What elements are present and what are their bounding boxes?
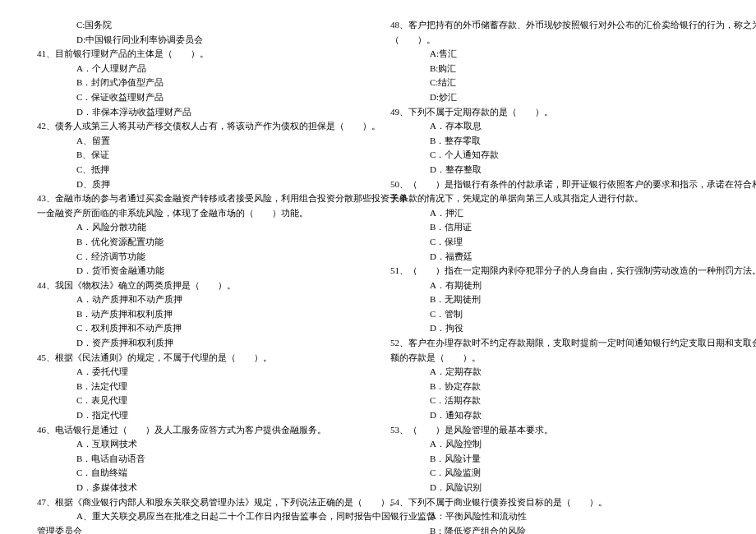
- option-line: C:结汇: [390, 76, 719, 90]
- question-text: 48、客户把持有的外币储蓄存款、外币现钞按照银行对外公布的汇价卖给银行的行为，称…: [390, 20, 756, 30]
- option-text: C．保证收益理财产品: [76, 92, 164, 102]
- question-text: 53、（ ）是风险管理的最基本要求。: [390, 425, 553, 435]
- option-text: C．经济调节功能: [76, 251, 145, 261]
- question-text: 50、（ ）是指银行有条件的付款承诺，即开证银行依照客户的要求和指示，承诺在符合…: [390, 179, 756, 189]
- option-text: C．活期存款: [430, 395, 481, 405]
- question-text: 49、下列不属于定期存款的是（ ）。: [390, 107, 553, 117]
- question-text: 43、金融市场的参与者通过买卖金融资产转移或者接受风险，利用组合投资分散那些投资…: [37, 193, 408, 203]
- two-column-layout: C:国务院D:中国银行同业利率协调委员会41、目前银行理财产品的主体是（ ）。A…: [37, 18, 719, 534]
- question-text: 45、根据《民法通则》的规定，不属于代理的是（ ）。: [37, 352, 272, 362]
- question-text: （ ）。: [390, 35, 436, 44]
- option-line: A、重大关联交易应当在批准之日起二十个工作日内报告监事会，同时报告中国银行业监督: [37, 509, 366, 524]
- question-line: 管理委员会: [37, 524, 366, 534]
- option-text: B、保证: [76, 150, 109, 159]
- option-text: A．定期存款: [430, 366, 482, 376]
- option-text: B：降低资产组合的风险: [430, 526, 526, 534]
- option-text: B．协定存款: [430, 381, 481, 391]
- option-text: C．保理: [430, 237, 463, 246]
- option-line: B、保证: [37, 148, 366, 163]
- question-line: 46、电话银行是通过（ ）及人工服务应答方式为客户提供金融服务。: [37, 423, 366, 438]
- question-line: 额的存款是（ ）。: [390, 351, 719, 366]
- option-text: D．福费廷: [430, 251, 472, 261]
- option-text: A、重大关联交易应当在批准之日起二十个工作日内报告监事会，同时报告中国银行业监督: [76, 511, 436, 521]
- option-line: D．通知存款: [390, 408, 719, 423]
- option-line: C．权利质押和不动产质押: [37, 321, 366, 336]
- question-line: 47、根据《商业银行内部人和股东关联交易管理办法》规定，下列说法正确的是（ ）。: [37, 495, 366, 510]
- option-text: A．有期徒刑: [430, 280, 482, 290]
- left-column: C:国务院D:中国银行同业利率协调委员会41、目前银行理财产品的主体是（ ）。A…: [37, 18, 366, 534]
- option-line: A．个人理财产品: [37, 62, 366, 76]
- option-line: D:中国银行同业利率协调委员会: [37, 33, 366, 48]
- option-line: B．协定存款: [390, 380, 719, 394]
- option-line: B：降低资产组合的风险: [390, 524, 719, 534]
- option-line: C、抵押: [37, 163, 366, 177]
- question-text: 管理委员会: [37, 526, 82, 534]
- right-column: 48、客户把持有的外币储蓄存款、外币现钞按照银行对外公布的汇价卖给银行的行为，称…: [390, 18, 719, 534]
- option-text: D．多媒体技术: [76, 482, 137, 492]
- option-text: D、质押: [76, 179, 110, 189]
- option-text: A:售汇: [430, 48, 457, 58]
- option-line: D．拘役: [390, 321, 719, 336]
- option-line: C．表见代理: [37, 394, 366, 408]
- option-line: D．福费廷: [390, 250, 719, 265]
- option-text: A．委托代理: [76, 366, 128, 376]
- option-text: A．个人理财产品: [76, 63, 146, 73]
- option-text: A：平衡风险性和流动性: [430, 511, 527, 521]
- option-text: B．无期徒刑: [430, 294, 481, 304]
- option-line: A．定期存款: [390, 365, 719, 380]
- option-line: C．保证收益理财产品: [37, 90, 366, 105]
- option-line: C．风险监测: [390, 466, 719, 481]
- option-text: A、留置: [76, 136, 110, 145]
- option-text: C．个人通知存款: [430, 150, 499, 159]
- question-text: 额的存款是（ ）。: [390, 352, 481, 362]
- option-text: A．风险分散功能: [76, 222, 146, 232]
- option-line: A．动产质押和不动产质押: [37, 292, 366, 307]
- option-line: B．整存零取: [390, 134, 719, 149]
- option-line: D．多媒体技术: [37, 481, 366, 495]
- option-text: B．风险计量: [430, 453, 481, 463]
- question-line: 51、（ ）指在一定期限内剥夺犯罪分子的人身自由，实行强制劳动改造的一种刑罚方法…: [390, 264, 719, 279]
- option-text: B．整存零取: [430, 136, 481, 145]
- option-line: C．自助终端: [37, 466, 366, 481]
- option-text: D．货币资金融通功能: [76, 265, 164, 275]
- option-line: D．整存整取: [390, 163, 719, 177]
- option-text: B．封闭式净值型产品: [76, 77, 164, 87]
- option-text: D．非保本浮动收益理财产品: [76, 107, 191, 117]
- option-line: B:购汇: [390, 62, 719, 76]
- option-line: A．存本取息: [390, 119, 719, 134]
- option-text: D．通知存款: [430, 410, 482, 420]
- option-text: A．存本取息: [430, 121, 482, 131]
- question-text: 54、下列不属于商业银行债券投资目标的是（ ）。: [390, 497, 607, 507]
- option-line: A：平衡风险性和流动性: [390, 509, 719, 524]
- question-text: 51、（ ）指在一定期限内剥夺犯罪分子的人身自由，实行强制劳动改造的一种刑罚方法…: [390, 265, 756, 275]
- option-line: C．活期存款: [390, 394, 719, 408]
- option-line: A:售汇: [390, 47, 719, 62]
- option-line: A．有期徒刑: [390, 279, 719, 293]
- option-line: A、留置: [37, 134, 366, 149]
- option-line: B．法定代理: [37, 380, 366, 394]
- option-line: A．风险分散功能: [37, 220, 366, 235]
- question-text: 52、客户在办理存款时不约定存款期限，支取时提前一定时间通知银行约定支取日期和支…: [390, 338, 756, 348]
- option-line: B．优化资源配置功能: [37, 235, 366, 250]
- option-line: A．风险控制: [390, 437, 719, 452]
- option-text: C、抵押: [76, 164, 109, 174]
- question-line: 49、下列不属于定期存款的是（ ）。: [390, 105, 719, 120]
- question-text: 一金融资产所面临的非系统风险，体现了金融市场的（ ）功能。: [37, 208, 308, 218]
- question-line: 48、客户把持有的外币储蓄存款、外币现钞按照银行对外公布的汇价卖给银行的行为，称…: [390, 18, 719, 33]
- option-text: C．自助终端: [76, 467, 127, 477]
- option-line: D．货币资金融通功能: [37, 264, 366, 279]
- option-text: C:国务院: [76, 20, 112, 30]
- option-text: A．互联网技术: [76, 439, 137, 449]
- question-text: 46、电话银行是通过（ ）及人工服务应答方式为客户提供金融服务。: [37, 425, 326, 435]
- option-line: B．信用证: [390, 220, 719, 235]
- question-line: 43、金融市场的参与者通过买卖金融资产转移或者接受风险，利用组合投资分散那些投资…: [37, 191, 366, 206]
- option-text: C．表见代理: [76, 395, 127, 405]
- question-text: 关条款的情况下，凭规定的单据向第三人或其指定人进行付款。: [390, 193, 643, 203]
- option-line: B．无期徒刑: [390, 292, 719, 307]
- option-text: B．信用证: [430, 222, 472, 232]
- option-line: C．个人通知存款: [390, 148, 719, 163]
- option-text: B．动产质押和权利质押: [76, 309, 173, 319]
- option-text: B．法定代理: [76, 381, 127, 391]
- option-text: B．电话自动语音: [76, 453, 145, 463]
- option-text: C．风险监测: [430, 467, 481, 477]
